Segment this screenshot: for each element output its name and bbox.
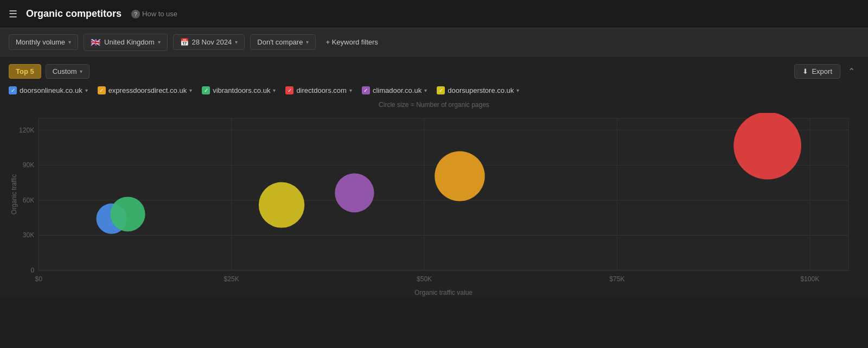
help-icon: ? — [131, 10, 140, 18]
competitor-item-4[interactable]: ✓ climadoor.co.uk ▾ — [362, 86, 427, 94]
keyword-filters-button[interactable]: + Keyword filters — [321, 35, 382, 49]
competitor-item-5[interactable]: ✓ doorsuperstore.co.uk ▾ — [437, 86, 519, 94]
collapse-button[interactable]: ⌃ — [844, 64, 859, 79]
competitor-domain-4: climadoor.co.uk — [373, 86, 422, 94]
svg-text:60K: 60K — [23, 197, 34, 204]
bubble-climadoor[interactable] — [435, 151, 484, 201]
competitor-checkbox-2[interactable]: ✓ — [202, 86, 210, 94]
svg-text:$0: $0 — [35, 275, 43, 283]
competitor-domain-3: directdoors.com — [296, 86, 346, 94]
custom-label: Custom — [53, 67, 77, 75]
date-chevron-icon: ▾ — [235, 39, 238, 45]
export-button[interactable]: ⬇ Export — [794, 64, 840, 79]
competitor-domain-1: expressdoorsdirect.co.uk — [108, 86, 187, 94]
toolbar-right: ⬇ Export ⌃ — [794, 64, 859, 79]
country-flag-icon: 🇬🇧 — [91, 37, 101, 47]
chart-area: 030K60K90K120K$0$25K$50K$75K$100KOrganic… — [9, 113, 859, 298]
competitor-domain-0: doorsonlineuk.co.uk — [20, 86, 82, 94]
competitor-checkbox-5[interactable]: ✓ — [437, 86, 445, 94]
competitor-chevron-3: ▾ — [349, 87, 352, 93]
competitor-domain-5: doorsuperstore.co.uk — [448, 86, 514, 94]
filter-bar: Monthly volume ▾ 🇬🇧 United Kingdom ▾ 📅 2… — [0, 28, 868, 56]
toolbar-row: Top 5 Custom ▾ ⬇ Export ⌃ — [9, 64, 859, 79]
export-icon: ⬇ — [802, 67, 808, 75]
svg-text:$50K: $50K — [417, 275, 432, 283]
calendar-icon: 📅 — [180, 38, 189, 46]
competitor-row: ✓ doorsonlineuk.co.uk ▾ ✓ expressdoorsdi… — [9, 86, 859, 94]
custom-chevron-icon: ▾ — [80, 68, 82, 74]
volume-chevron-icon: ▾ — [68, 39, 71, 45]
bubble-chart: 030K60K90K120K$0$25K$50K$75K$100KOrganic… — [9, 113, 859, 298]
bubble-expressdoorsdirect[interactable] — [110, 197, 145, 231]
custom-button[interactable]: Custom ▾ — [46, 64, 90, 79]
svg-text:30K: 30K — [23, 231, 34, 239]
svg-text:$100K: $100K — [800, 275, 819, 283]
top5-button[interactable]: Top 5 — [9, 64, 41, 79]
compare-filter-button[interactable]: Don't compare ▾ — [250, 34, 316, 50]
competitor-chevron-4: ▾ — [424, 87, 427, 93]
competitor-chevron-0: ▾ — [85, 87, 88, 93]
volume-filter-label: Monthly volume — [16, 38, 65, 46]
how-to-use-label: How to use — [142, 10, 177, 18]
competitor-chevron-1: ▾ — [189, 87, 192, 93]
competitor-chevron-5: ▾ — [516, 87, 519, 93]
svg-text:$75K: $75K — [609, 275, 624, 283]
bubble-directdoors[interactable] — [335, 173, 374, 212]
chart-hint: Circle size = Number of organic pages — [9, 101, 859, 109]
svg-text:$25K: $25K — [224, 275, 239, 283]
menu-icon[interactable]: ☰ — [9, 8, 17, 20]
page-title: Organic competitors — [26, 8, 122, 20]
competitor-domain-2: vibrantdoors.co.uk — [213, 86, 270, 94]
competitor-checkbox-4[interactable]: ✓ — [362, 86, 370, 94]
date-filter-label: 28 Nov 2024 — [192, 38, 232, 46]
date-filter-button[interactable]: 📅 28 Nov 2024 ▾ — [173, 34, 245, 50]
topbar: ☰ Organic competitors ? How to use — [0, 0, 868, 28]
svg-text:120K: 120K — [19, 126, 34, 134]
country-filter-label: United Kingdom — [104, 38, 155, 46]
bubble-vibrantdoors[interactable] — [259, 182, 304, 228]
content-area: Top 5 Custom ▾ ⬇ Export ⌃ ✓ doorsonlineu… — [0, 56, 868, 298]
country-chevron-icon: ▾ — [158, 39, 161, 45]
competitor-item-2[interactable]: ✓ vibrantdoors.co.uk ▾ — [202, 86, 276, 94]
compare-chevron-icon: ▾ — [306, 39, 309, 45]
how-to-use-link[interactable]: ? How to use — [131, 10, 177, 18]
collapse-icon: ⌃ — [848, 67, 855, 76]
competitor-checkbox-1[interactable]: ✓ — [98, 86, 106, 94]
export-label: Export — [812, 67, 832, 75]
country-filter-button[interactable]: 🇬🇧 United Kingdom ▾ — [84, 34, 168, 51]
competitor-chevron-2: ▾ — [273, 87, 276, 93]
toolbar-left: Top 5 Custom ▾ — [9, 64, 90, 79]
competitor-item-1[interactable]: ✓ expressdoorsdirect.co.uk ▾ — [98, 86, 193, 94]
volume-filter-button[interactable]: Monthly volume ▾ — [9, 34, 78, 50]
competitor-item-0[interactable]: ✓ doorsonlineuk.co.uk ▾ — [9, 86, 88, 94]
bubble-doorsuperstore[interactable] — [733, 113, 801, 179]
compare-filter-label: Don't compare — [257, 38, 303, 46]
svg-text:90K: 90K — [23, 161, 34, 169]
svg-text:Organic traffic: Organic traffic — [10, 174, 18, 214]
competitor-checkbox-3[interactable]: ✓ — [285, 86, 293, 94]
svg-text:Organic traffic value: Organic traffic value — [414, 289, 473, 296]
competitor-item-3[interactable]: ✓ directdoors.com ▾ — [285, 86, 352, 94]
competitor-checkbox-0[interactable]: ✓ — [9, 86, 17, 94]
keyword-filters-label: + Keyword filters — [326, 38, 378, 46]
svg-text:0: 0 — [31, 267, 35, 274]
